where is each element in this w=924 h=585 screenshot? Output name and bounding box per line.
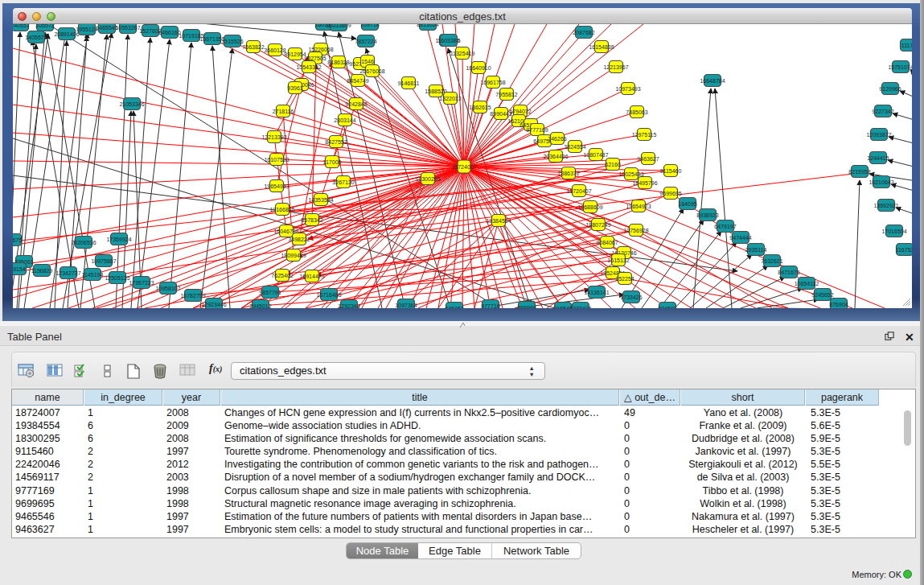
- svg-text:9227342: 9227342: [872, 109, 893, 114]
- svg-text:109718: 109718: [360, 24, 379, 27]
- svg-text:19654933: 19654933: [264, 183, 289, 189]
- svg-text:10688609: 10688609: [577, 204, 602, 210]
- svg-text:2935114: 2935114: [745, 247, 767, 253]
- svg-text:9245652: 9245652: [811, 292, 833, 298]
- svg-text:3824554: 3824554: [564, 144, 585, 150]
- svg-text:12342737: 12342737: [55, 270, 80, 276]
- svg-text:1546: 1546: [361, 59, 374, 64]
- svg-text:16914479: 16914479: [299, 274, 324, 279]
- svg-text:13692921: 13692921: [873, 203, 898, 208]
- svg-text:8938923: 8938923: [696, 212, 718, 218]
- svg-text:1733426: 1733426: [620, 295, 642, 300]
- svg-text:16648784: 16648784: [700, 78, 725, 84]
- svg-text:10807487: 10807487: [583, 152, 608, 158]
- svg-text:14136141: 14136141: [584, 290, 609, 295]
- svg-text:20364436: 20364436: [543, 154, 568, 159]
- svg-text:9327505: 9327505: [304, 56, 326, 61]
- svg-text:9699695: 9699695: [659, 191, 681, 196]
- svg-text:11325419: 11325419: [450, 51, 475, 56]
- svg-text:9777169: 9777169: [526, 127, 548, 133]
- svg-text:1292344: 1292344: [338, 303, 359, 309]
- svg-text:111675: 111675: [13, 237, 22, 243]
- svg-text:252254: 252254: [615, 276, 634, 282]
- svg-text:1097364: 1097364: [395, 303, 417, 308]
- svg-text:3660128: 3660128: [264, 47, 285, 53]
- svg-text:7485063: 7485063: [626, 109, 647, 115]
- svg-text:1362615: 1362615: [469, 105, 491, 110]
- svg-text:18724007: 18724007: [451, 164, 476, 170]
- svg-text:7955812: 7955812: [495, 92, 517, 97]
- svg-text:3498222: 3498222: [288, 237, 310, 242]
- svg-text:26676068: 26676068: [359, 68, 384, 74]
- svg-text:8427552: 8427552: [325, 139, 347, 145]
- svg-text:9129966: 9129966: [879, 86, 901, 92]
- svg-text:8471676: 8471676: [778, 270, 799, 275]
- svg-text:946352: 946352: [445, 306, 463, 309]
- svg-text:746266: 746266: [548, 136, 566, 142]
- svg-text:6479197: 6479197: [714, 224, 736, 229]
- svg-text:969969: 969969: [517, 305, 536, 309]
- svg-text:15751074: 15751074: [888, 64, 912, 70]
- svg-text:1955124: 1955124: [76, 27, 97, 32]
- svg-text:10654112: 10654112: [795, 281, 819, 286]
- svg-text:12213967: 12213967: [603, 64, 628, 70]
- svg-text:15716485: 15716485: [316, 292, 341, 298]
- svg-text:12975115: 12975115: [632, 132, 657, 138]
- svg-text:7515526: 7515526: [221, 39, 243, 44]
- svg-text:15226058: 15226058: [308, 47, 333, 52]
- svg-text:21053346: 21053346: [119, 101, 144, 107]
- svg-text:16782759: 16782759: [180, 293, 205, 299]
- svg-text:6794072: 6794072: [509, 109, 531, 114]
- svg-text:9084067: 9084067: [596, 240, 618, 245]
- svg-text:19384554: 19384554: [486, 218, 511, 224]
- svg-text:12923446: 12923446: [201, 302, 226, 307]
- svg-text:10756928: 10756928: [623, 228, 648, 233]
- svg-text:18300295: 18300295: [415, 176, 440, 182]
- svg-text:2945012: 2945012: [249, 303, 271, 309]
- svg-text:205572: 205572: [35, 24, 54, 28]
- svg-text:20891406: 20891406: [54, 31, 79, 37]
- svg-text:1733426: 1733426: [569, 306, 591, 309]
- svg-text:9115460: 9115460: [660, 168, 682, 174]
- svg-text:16961758: 16961758: [480, 80, 505, 85]
- svg-text:1405572: 1405572: [25, 35, 47, 40]
- svg-text:876904: 876904: [829, 302, 848, 307]
- svg-text:17016504: 17016504: [881, 229, 906, 234]
- svg-text:2718116: 2718116: [273, 109, 294, 114]
- svg-text:10553267: 10553267: [115, 25, 140, 31]
- svg-text:7625402: 7625402: [271, 273, 293, 278]
- svg-text:18099489: 18099489: [281, 253, 306, 258]
- svg-text:18495796: 18495796: [632, 180, 657, 186]
- svg-text:164095: 164095: [678, 201, 696, 207]
- svg-text:9463627: 9463627: [637, 156, 659, 162]
- svg-text:18807249: 18807249: [585, 222, 610, 228]
- svg-text:20206536: 20206536: [71, 240, 96, 245]
- svg-text:17957223: 17957223: [129, 280, 154, 286]
- svg-text:10543382: 10543382: [296, 64, 321, 70]
- svg-text:16033809: 16033809: [326, 24, 351, 28]
- svg-text:39154: 39154: [13, 266, 26, 272]
- svg-text:9857791: 9857791: [259, 290, 281, 295]
- svg-text:1603380: 1603380: [437, 38, 459, 43]
- svg-text:93961: 93961: [287, 85, 303, 91]
- svg-text:6466160: 6466160: [158, 30, 180, 35]
- svg-text:10975867: 10975867: [91, 258, 116, 264]
- svg-text:1588520: 1588520: [425, 89, 446, 94]
- svg-text:12505135: 12505135: [105, 275, 129, 281]
- svg-text:1145194: 1145194: [82, 272, 104, 278]
- svg-text:19654923: 19654923: [626, 204, 651, 209]
- svg-text:9242848: 9242848: [345, 101, 367, 107]
- svg-text:1322013: 1322013: [439, 96, 461, 101]
- svg-text:117006: 117006: [323, 159, 342, 165]
- svg-text:15720407: 15720407: [566, 188, 591, 194]
- svg-text:8454749: 8454749: [347, 78, 368, 84]
- svg-text:7386372: 7386372: [557, 171, 579, 176]
- svg-text:19166825: 19166825: [269, 207, 294, 212]
- svg-text:14353594: 14353594: [308, 197, 333, 203]
- svg-text:10973493: 10973493: [615, 86, 640, 92]
- svg-text:11171: 11171: [901, 43, 912, 48]
- svg-text:1244415: 1244415: [867, 155, 889, 161]
- svg-text:10025433: 10025433: [618, 171, 643, 177]
- svg-text:8912954: 8912954: [284, 51, 306, 57]
- svg-text:8578342: 8578342: [301, 217, 322, 223]
